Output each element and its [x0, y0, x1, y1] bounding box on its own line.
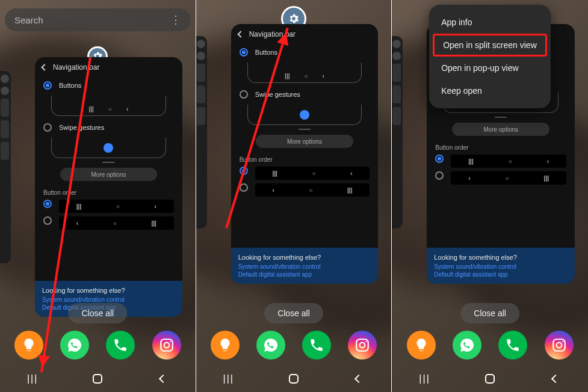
- radio-swipe[interactable]: [240, 90, 248, 99]
- order-option-2[interactable]: ‹○|||: [59, 216, 174, 230]
- whatsapp-app-icon[interactable]: [256, 331, 285, 360]
- swipe-preview: [51, 138, 166, 158]
- close-all-button[interactable]: Close all: [460, 303, 519, 323]
- svg-point-7: [556, 343, 562, 348]
- app-icon-context-menu: App info Open in split screen view Open …: [429, 5, 551, 108]
- back-icon[interactable]: [41, 64, 48, 70]
- whatsapp-app-icon[interactable]: [60, 331, 89, 360]
- radio-order-1[interactable]: [43, 200, 52, 208]
- svg-point-8: [562, 341, 563, 342]
- radio-order-1[interactable]: [435, 155, 444, 163]
- order-option-1[interactable]: |||○‹: [59, 200, 174, 213]
- button-order-label: Button order: [35, 186, 182, 200]
- more-options-icon[interactable]: ⋮: [170, 14, 181, 25]
- radio-swipe[interactable]: [43, 123, 52, 132]
- menu-keep-open[interactable]: Keep open: [429, 79, 551, 102]
- help-link-1[interactable]: System sound/vibration control: [434, 263, 568, 270]
- option-swipe-label: Swipe gestures: [255, 91, 300, 98]
- option-buttons-label: Buttons: [59, 82, 81, 89]
- svg-point-4: [360, 343, 365, 348]
- back-button[interactable]: [154, 370, 172, 388]
- option-buttons-label: Buttons: [255, 49, 277, 56]
- help-link-1[interactable]: System sound/vibration control: [238, 263, 371, 270]
- home-apps: [392, 327, 588, 363]
- back-button[interactable]: [546, 370, 565, 388]
- radio-order-2[interactable]: [435, 171, 444, 180]
- tips-app-icon[interactable]: [407, 331, 436, 360]
- previous-app-peek[interactable]: [392, 36, 403, 228]
- recents-card-settings[interactable]: Navigation bar Buttons ||| ○ ‹ Swipe ges…: [231, 24, 379, 284]
- help-link-2[interactable]: Default digital assistant app: [434, 271, 568, 278]
- instagram-app-icon[interactable]: [348, 331, 377, 360]
- instagram-app-icon[interactable]: [152, 331, 181, 360]
- recents-button[interactable]: |||: [416, 370, 434, 388]
- phone-screenshot-1: Search ⋮ Navigation bar Buttons ||| ○ ‹ …: [0, 0, 196, 392]
- phone-screenshot-3: More options Button order |||○‹ ‹○||| Lo…: [392, 0, 588, 392]
- home-button[interactable]: [88, 370, 107, 388]
- close-all-button[interactable]: Close all: [264, 303, 323, 323]
- close-all-button[interactable]: Close all: [68, 303, 127, 323]
- home-button[interactable]: [481, 370, 499, 388]
- option-swipe-label: Swipe gestures: [59, 124, 104, 131]
- buttons-preview: ||| ○ ‹: [51, 96, 166, 116]
- more-options-button[interactable]: More options: [452, 123, 549, 136]
- svg-rect-0: [161, 339, 173, 351]
- radio-buttons[interactable]: [240, 48, 248, 57]
- recents-button[interactable]: |||: [220, 370, 238, 388]
- help-box: Looking for something else? System sound…: [427, 248, 575, 284]
- order-option-1[interactable]: |||○‹: [451, 155, 566, 168]
- back-button[interactable]: [350, 370, 368, 388]
- back-icon[interactable]: [237, 31, 244, 37]
- system-nav-bar: |||: [392, 366, 588, 392]
- buttons-preview: ||| ○ ‹: [247, 63, 362, 83]
- phone-app-icon[interactable]: [302, 331, 331, 360]
- help-link-2[interactable]: Default digital assistant app: [238, 271, 371, 278]
- whatsapp-app-icon[interactable]: [453, 331, 481, 360]
- button-order-label: Button order: [231, 153, 379, 167]
- order-option-2[interactable]: ‹○|||: [255, 183, 370, 197]
- more-options-button[interactable]: More options: [256, 135, 353, 148]
- help-box: Looking for something else? System sound…: [231, 248, 379, 284]
- order-option-2[interactable]: ‹○|||: [451, 171, 566, 185]
- svg-rect-3: [356, 339, 368, 351]
- phone-app-icon[interactable]: [498, 331, 527, 360]
- radio-buttons[interactable]: [43, 81, 52, 90]
- home-apps: [196, 327, 392, 363]
- phone-app-icon[interactable]: [106, 331, 135, 360]
- radio-order-2[interactable]: [43, 216, 52, 225]
- previous-app-peek[interactable]: [0, 71, 11, 263]
- menu-app-info[interactable]: App info: [429, 11, 551, 34]
- button-order-label: Button order: [427, 141, 575, 155]
- system-nav-bar: |||: [196, 366, 392, 392]
- system-nav-bar: |||: [0, 366, 196, 392]
- help-link-1[interactable]: System sound/vibration control: [42, 296, 175, 303]
- instagram-app-icon[interactable]: [545, 331, 574, 360]
- svg-point-1: [164, 343, 169, 348]
- svg-rect-6: [553, 339, 565, 351]
- previous-app-peek[interactable]: [196, 36, 207, 228]
- search-bar[interactable]: Search ⋮: [5, 8, 191, 31]
- card-title: Navigation bar: [53, 63, 99, 72]
- menu-open-split-screen[interactable]: Open in split screen view: [433, 34, 547, 57]
- menu-open-popup-view[interactable]: Open in pop-up view: [429, 57, 551, 79]
- order-option-1[interactable]: |||○‹: [255, 167, 370, 180]
- home-apps: [0, 327, 196, 363]
- phone-screenshot-2: Navigation bar Buttons ||| ○ ‹ Swipe ges…: [196, 0, 392, 392]
- tips-app-icon[interactable]: [211, 331, 240, 360]
- more-options-button[interactable]: More options: [60, 168, 157, 181]
- home-button[interactable]: [285, 370, 303, 388]
- svg-point-2: [169, 341, 170, 342]
- search-placeholder: Search: [14, 15, 43, 25]
- svg-point-5: [365, 341, 367, 342]
